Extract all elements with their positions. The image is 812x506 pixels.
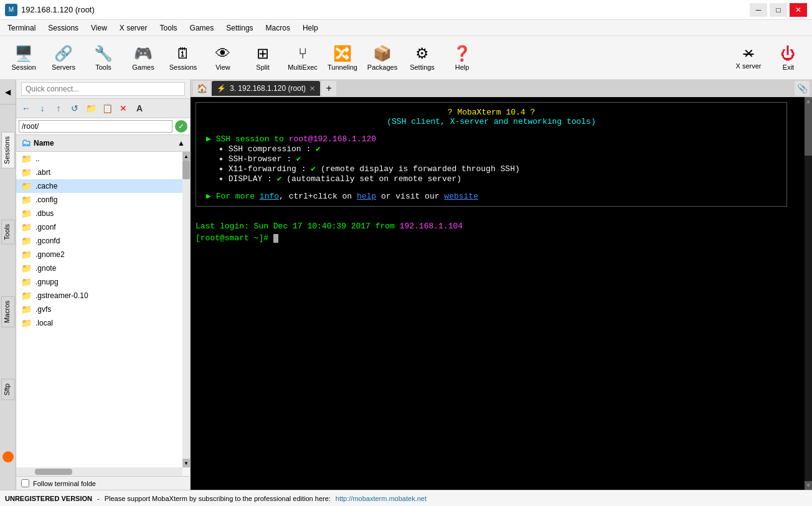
terminal-scroll-down[interactable]: ▼ bbox=[805, 481, 812, 490]
path-input[interactable] bbox=[19, 120, 172, 133]
menu-xserver[interactable]: X server bbox=[115, 22, 153, 34]
window-controls: ─ □ ✕ bbox=[750, 3, 807, 17]
toolbar-split[interactable]: ⊞ Split bbox=[244, 40, 281, 76]
file-item-dotdot[interactable]: 📁 .. bbox=[16, 152, 190, 166]
path-bar: ✓ bbox=[16, 118, 190, 135]
toolbar-packages[interactable]: 📦 Packages bbox=[364, 40, 401, 76]
file-item-gnupg[interactable]: 📁 .gnupg bbox=[16, 275, 190, 289]
menu-macros[interactable]: Macros bbox=[261, 22, 295, 34]
folder-icon-gconf: 📁 bbox=[21, 222, 32, 232]
terminal-session-line: ▶ SSH session to root@192.168.1.120 bbox=[206, 134, 777, 144]
tunneling-icon: 🔀 bbox=[333, 45, 352, 62]
path-ok-button[interactable]: ✓ bbox=[175, 120, 187, 133]
terminal-scrollbar[interactable]: ▲ ▼ bbox=[805, 97, 812, 490]
menu-terminal[interactable]: Terminal bbox=[2, 22, 40, 34]
session-icon: 🖥️ bbox=[14, 45, 33, 62]
menu-help[interactable]: Help bbox=[298, 22, 323, 34]
file-list-hscroll[interactable] bbox=[16, 467, 182, 476]
view-label: View bbox=[215, 63, 230, 71]
games-label: Games bbox=[132, 63, 154, 71]
scroll-thumb[interactable] bbox=[182, 161, 190, 179]
file-tb-up[interactable]: ↑ bbox=[51, 101, 66, 115]
folder-icon-gstreamer: 📁 bbox=[21, 291, 32, 301]
toolbar-view[interactable]: 👁 View bbox=[204, 40, 242, 76]
toolbar-help[interactable]: ❓ Help bbox=[443, 40, 481, 76]
close-button[interactable]: ✕ bbox=[790, 3, 807, 17]
folder-icon: 🗂 bbox=[21, 138, 31, 149]
tab-close-button[interactable]: ✕ bbox=[309, 85, 315, 93]
multiexec-icon: ⑂ bbox=[298, 45, 307, 62]
toolbar-session[interactable]: 🖥️ Session bbox=[5, 40, 42, 76]
toolbar-multiexec[interactable]: ⑂ MultiExec bbox=[284, 40, 321, 76]
file-tb-folder[interactable]: 📁 bbox=[83, 101, 98, 115]
toolbar-exit[interactable]: ⏻ Exit bbox=[770, 40, 807, 76]
toolbar-xserver[interactable]: ✕ X server bbox=[730, 40, 767, 76]
menu-sessions[interactable]: Sessions bbox=[43, 22, 83, 34]
website-link[interactable]: website bbox=[444, 192, 478, 201]
follow-terminal-checkbox[interactable] bbox=[21, 479, 29, 487]
vtab-macros[interactable]: Macros bbox=[1, 296, 15, 327]
xserver-label: X server bbox=[736, 62, 762, 70]
status-link[interactable]: http://mobaxterm.mobatek.net bbox=[336, 495, 427, 502]
file-tb-text[interactable]: A bbox=[132, 101, 147, 115]
vtab-tools[interactable]: Tools bbox=[1, 220, 15, 245]
toolbar-settings[interactable]: ⚙ Settings bbox=[404, 40, 441, 76]
file-item-gnote[interactable]: 📁 .gnote bbox=[16, 261, 190, 275]
toolbar-games[interactable]: 🎮 Games bbox=[125, 40, 162, 76]
terminal-scroll-thumb[interactable] bbox=[805, 106, 812, 156]
collapse-button[interactable]: ◀ bbox=[0, 80, 16, 105]
file-item-gvfs[interactable]: 📁 .gvfs bbox=[16, 302, 190, 316]
file-tb-back[interactable]: ← bbox=[19, 101, 34, 115]
hscroll-thumb[interactable] bbox=[35, 469, 72, 475]
file-item-gconf[interactable]: 📁 .gconf bbox=[16, 220, 190, 234]
file-item-gstreamer[interactable]: 📁 .gstreamer-0.10 bbox=[16, 289, 190, 302]
help-link[interactable]: help bbox=[357, 192, 376, 201]
maximize-button[interactable]: □ bbox=[770, 3, 787, 17]
terminal-scroll-up[interactable]: ▲ bbox=[805, 97, 812, 106]
menu-games[interactable]: Games bbox=[185, 22, 219, 34]
terminal-prompt-line: [root@smart ~]# bbox=[196, 233, 800, 243]
scroll-down-arrow[interactable]: ▼ bbox=[182, 459, 190, 467]
file-item-gconfd[interactable]: 📁 .gconfd bbox=[16, 234, 190, 248]
vtab-sessions[interactable]: Sessions bbox=[1, 132, 15, 169]
file-list-scrollbar[interactable]: ▲ ▼ bbox=[182, 152, 190, 467]
file-item-dbus[interactable]: 📁 .dbus bbox=[16, 207, 190, 220]
tab-session1[interactable]: ⚡ 3. 192.168.1.120 (root) ✕ bbox=[212, 81, 320, 96]
file-tb-copy[interactable]: 📋 bbox=[100, 101, 115, 115]
file-tb-refresh[interactable]: ↺ bbox=[67, 101, 82, 115]
file-name-gstreamer: .gstreamer-0.10 bbox=[35, 291, 88, 300]
toolbar-tools[interactable]: 🔧 Tools bbox=[85, 40, 122, 76]
terminal-ssh-browser: ✦ SSH-browser : ✔ bbox=[219, 154, 777, 164]
terminal[interactable]: ? MobaXterm 10.4 ? (SSH client, X-server… bbox=[191, 97, 812, 490]
menu-tools[interactable]: Tools bbox=[155, 22, 182, 34]
file-item-gnome2[interactable]: 📁 .gnome2 bbox=[16, 248, 190, 261]
menu-view[interactable]: View bbox=[86, 22, 112, 34]
file-name-abrt: .abrt bbox=[35, 168, 50, 177]
file-item-abrt[interactable]: 📁 .abrt bbox=[16, 166, 190, 179]
new-tab-button[interactable]: + bbox=[321, 81, 336, 96]
file-tb-down[interactable]: ↓ bbox=[35, 101, 50, 115]
follow-terminal-bar: Follow terminal folde bbox=[16, 476, 190, 490]
file-item-cache[interactable]: 📁 .cache bbox=[16, 179, 190, 193]
toolbar-tunneling[interactable]: 🔀 Tunneling bbox=[324, 40, 361, 76]
toolbar-servers[interactable]: 🔗 Servers bbox=[45, 40, 82, 76]
file-item-local[interactable]: 📁 .local bbox=[16, 316, 190, 330]
minimize-button[interactable]: ─ bbox=[750, 3, 767, 17]
scroll-up-arrow[interactable]: ▲ bbox=[182, 152, 190, 161]
info-link[interactable]: info bbox=[260, 192, 279, 201]
tab-icon: ⚡ bbox=[217, 84, 226, 93]
tab-home-button[interactable]: 🏠 bbox=[193, 81, 210, 96]
tab-attach-button[interactable]: 📎 bbox=[795, 81, 810, 96]
menu-settings[interactable]: Settings bbox=[221, 22, 258, 34]
exit-icon: ⏻ bbox=[781, 45, 796, 62]
tree-sort-button[interactable]: ▲ bbox=[177, 139, 185, 148]
quick-connect-input[interactable] bbox=[21, 82, 185, 96]
file-item-config[interactable]: 📁 .config bbox=[16, 193, 190, 207]
toolbar-sessions[interactable]: 🗓 Sessions bbox=[164, 40, 202, 76]
session-user-host: root@192.168.1.120 bbox=[289, 134, 376, 144]
file-name-gconf: .gconf bbox=[35, 223, 56, 232]
games-icon: 🎮 bbox=[134, 45, 153, 62]
vtab-sftp[interactable]: Sftp bbox=[1, 379, 15, 400]
file-panel: ← ↓ ↑ ↺ 📁 📋 ✕ A ✓ 🗂 Name ▲ 📁 .. bbox=[16, 80, 191, 490]
file-tb-delete[interactable]: ✕ bbox=[116, 101, 131, 115]
